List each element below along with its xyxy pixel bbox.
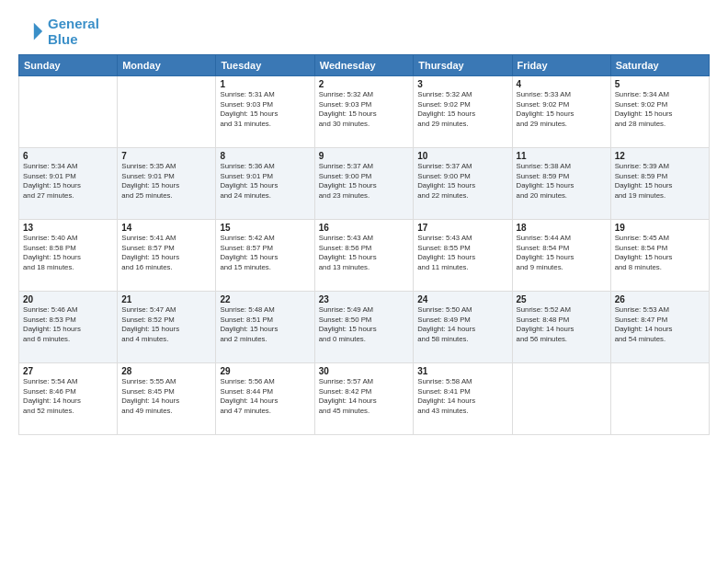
day-info: Sunrise: 5:45 AM Sunset: 8:54 PM Dayligh…	[615, 234, 705, 272]
day-info: Sunrise: 5:34 AM Sunset: 9:02 PM Dayligh…	[615, 90, 705, 129]
day-info: Sunrise: 5:40 AM Sunset: 8:58 PM Dayligh…	[23, 234, 113, 272]
calendar-cell: 25Sunrise: 5:52 AM Sunset: 8:48 PM Dayli…	[512, 292, 610, 363]
calendar-cell: 9Sunrise: 5:37 AM Sunset: 9:00 PM Daylig…	[314, 148, 414, 220]
calendar-cell: 15Sunrise: 5:42 AM Sunset: 8:57 PM Dayli…	[216, 220, 314, 292]
week-row-5: 27Sunrise: 5:54 AM Sunset: 8:46 PM Dayli…	[19, 363, 710, 435]
calendar-cell: 4Sunrise: 5:33 AM Sunset: 9:02 PM Daylig…	[512, 76, 610, 148]
day-number: 24	[417, 294, 507, 304]
header-row: SundayMondayTuesdayWednesdayThursdayFrid…	[19, 55, 710, 76]
day-number: 27	[23, 366, 113, 376]
logo: General Blue	[18, 17, 99, 47]
day-number: 5	[615, 79, 705, 89]
day-info: Sunrise: 5:56 AM Sunset: 8:44 PM Dayligh…	[220, 377, 310, 416]
calendar-table: SundayMondayTuesdayWednesdayThursdayFrid…	[18, 54, 710, 435]
day-info: Sunrise: 5:46 AM Sunset: 8:53 PM Dayligh…	[23, 305, 113, 344]
day-info: Sunrise: 5:41 AM Sunset: 8:57 PM Dayligh…	[121, 234, 211, 272]
svg-marker-0	[34, 22, 42, 40]
day-info: Sunrise: 5:43 AM Sunset: 8:55 PM Dayligh…	[417, 234, 507, 272]
day-info: Sunrise: 5:53 AM Sunset: 8:47 PM Dayligh…	[615, 305, 705, 344]
calendar-cell: 16Sunrise: 5:43 AM Sunset: 8:56 PM Dayli…	[314, 220, 414, 292]
day-number: 29	[220, 366, 310, 376]
day-info: Sunrise: 5:48 AM Sunset: 8:51 PM Dayligh…	[220, 305, 310, 344]
logo-icon	[18, 19, 44, 45]
calendar-cell: 21Sunrise: 5:47 AM Sunset: 8:52 PM Dayli…	[118, 292, 216, 363]
day-number: 1	[220, 79, 310, 89]
day-number: 11	[517, 151, 607, 161]
day-info: Sunrise: 5:39 AM Sunset: 8:59 PM Dayligh…	[615, 162, 705, 201]
calendar-cell	[118, 76, 216, 148]
week-row-2: 6Sunrise: 5:34 AM Sunset: 9:01 PM Daylig…	[19, 148, 710, 220]
day-number: 17	[417, 223, 507, 233]
day-number: 13	[23, 223, 113, 233]
calendar-cell: 29Sunrise: 5:56 AM Sunset: 8:44 PM Dayli…	[216, 363, 314, 435]
day-number: 6	[23, 151, 113, 161]
day-header-wednesday: Wednesday	[314, 55, 414, 76]
day-number: 31	[417, 366, 507, 376]
day-info: Sunrise: 5:55 AM Sunset: 8:45 PM Dayligh…	[121, 377, 211, 416]
day-number: 7	[121, 151, 211, 161]
day-info: Sunrise: 5:34 AM Sunset: 9:01 PM Dayligh…	[23, 162, 113, 201]
day-number: 10	[417, 151, 507, 161]
day-number: 18	[517, 223, 607, 233]
calendar-cell: 23Sunrise: 5:49 AM Sunset: 8:50 PM Dayli…	[314, 292, 414, 363]
day-info: Sunrise: 5:31 AM Sunset: 9:03 PM Dayligh…	[220, 90, 310, 129]
day-number: 30	[319, 366, 410, 376]
day-header-sunday: Sunday	[19, 55, 118, 76]
calendar-cell	[512, 363, 610, 435]
day-info: Sunrise: 5:44 AM Sunset: 8:54 PM Dayligh…	[517, 234, 607, 272]
calendar-cell: 27Sunrise: 5:54 AM Sunset: 8:46 PM Dayli…	[19, 363, 118, 435]
day-number: 28	[121, 366, 211, 376]
calendar-cell: 13Sunrise: 5:40 AM Sunset: 8:58 PM Dayli…	[19, 220, 118, 292]
day-number: 12	[615, 151, 705, 161]
calendar-cell: 31Sunrise: 5:58 AM Sunset: 8:41 PM Dayli…	[414, 363, 512, 435]
day-header-thursday: Thursday	[414, 55, 512, 76]
week-row-1: 1Sunrise: 5:31 AM Sunset: 9:03 PM Daylig…	[19, 76, 710, 148]
day-number: 3	[417, 79, 507, 89]
day-number: 20	[23, 294, 113, 304]
calendar-cell: 3Sunrise: 5:32 AM Sunset: 9:02 PM Daylig…	[414, 76, 512, 148]
calendar-cell	[610, 363, 709, 435]
calendar-cell: 22Sunrise: 5:48 AM Sunset: 8:51 PM Dayli…	[216, 292, 314, 363]
logo-text: General Blue	[48, 17, 99, 47]
calendar-cell: 17Sunrise: 5:43 AM Sunset: 8:55 PM Dayli…	[414, 220, 512, 292]
day-header-monday: Monday	[118, 55, 216, 76]
day-info: Sunrise: 5:47 AM Sunset: 8:52 PM Dayligh…	[121, 305, 211, 344]
day-number: 21	[121, 294, 211, 304]
calendar-cell: 7Sunrise: 5:35 AM Sunset: 9:01 PM Daylig…	[118, 148, 216, 220]
day-number: 14	[121, 223, 211, 233]
calendar-cell: 14Sunrise: 5:41 AM Sunset: 8:57 PM Dayli…	[118, 220, 216, 292]
day-number: 4	[517, 79, 607, 89]
day-number: 25	[517, 294, 607, 304]
calendar-cell: 26Sunrise: 5:53 AM Sunset: 8:47 PM Dayli…	[610, 292, 709, 363]
calendar-cell: 6Sunrise: 5:34 AM Sunset: 9:01 PM Daylig…	[19, 148, 118, 220]
calendar-cell: 12Sunrise: 5:39 AM Sunset: 8:59 PM Dayli…	[610, 148, 709, 220]
day-info: Sunrise: 5:42 AM Sunset: 8:57 PM Dayligh…	[220, 234, 310, 272]
day-number: 8	[220, 151, 310, 161]
day-info: Sunrise: 5:58 AM Sunset: 8:41 PM Dayligh…	[417, 377, 507, 416]
calendar-cell: 2Sunrise: 5:32 AM Sunset: 9:03 PM Daylig…	[314, 76, 414, 148]
calendar-cell: 10Sunrise: 5:37 AM Sunset: 9:00 PM Dayli…	[414, 148, 512, 220]
day-info: Sunrise: 5:37 AM Sunset: 9:00 PM Dayligh…	[417, 162, 507, 201]
day-number: 2	[319, 79, 410, 89]
calendar-cell: 8Sunrise: 5:36 AM Sunset: 9:01 PM Daylig…	[216, 148, 314, 220]
day-header-tuesday: Tuesday	[216, 55, 314, 76]
calendar-cell: 24Sunrise: 5:50 AM Sunset: 8:49 PM Dayli…	[414, 292, 512, 363]
day-info: Sunrise: 5:37 AM Sunset: 9:00 PM Dayligh…	[319, 162, 410, 201]
page: General Blue SundayMondayTuesdayWednesda…	[0, 0, 728, 563]
calendar-cell: 19Sunrise: 5:45 AM Sunset: 8:54 PM Dayli…	[610, 220, 709, 292]
calendar-cell: 1Sunrise: 5:31 AM Sunset: 9:03 PM Daylig…	[216, 76, 314, 148]
day-info: Sunrise: 5:49 AM Sunset: 8:50 PM Dayligh…	[319, 305, 410, 344]
calendar-cell: 11Sunrise: 5:38 AM Sunset: 8:59 PM Dayli…	[512, 148, 610, 220]
day-number: 15	[220, 223, 310, 233]
day-number: 16	[319, 223, 410, 233]
day-info: Sunrise: 5:50 AM Sunset: 8:49 PM Dayligh…	[417, 305, 507, 344]
calendar-cell	[19, 76, 118, 148]
day-info: Sunrise: 5:33 AM Sunset: 9:02 PM Dayligh…	[517, 90, 607, 129]
day-info: Sunrise: 5:57 AM Sunset: 8:42 PM Dayligh…	[319, 377, 410, 416]
week-row-4: 20Sunrise: 5:46 AM Sunset: 8:53 PM Dayli…	[19, 292, 710, 363]
day-number: 9	[319, 151, 410, 161]
day-number: 26	[615, 294, 705, 304]
day-header-saturday: Saturday	[610, 55, 709, 76]
day-header-friday: Friday	[512, 55, 610, 76]
week-row-3: 13Sunrise: 5:40 AM Sunset: 8:58 PM Dayli…	[19, 220, 710, 292]
